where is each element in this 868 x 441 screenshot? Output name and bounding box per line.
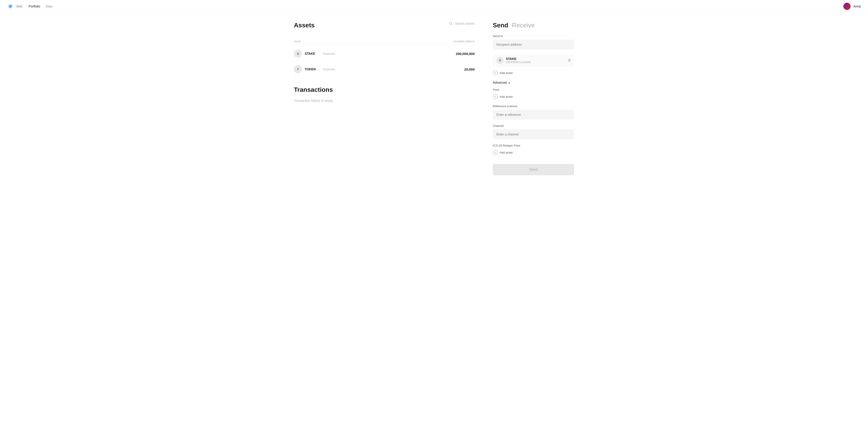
assets-header-area: Assets Search assets <box>294 22 475 34</box>
avatar <box>843 3 850 10</box>
tab-receive[interactable]: Receive <box>512 22 535 29</box>
recipient-address-input[interactable] <box>493 39 574 50</box>
asset-row-stake[interactable]: S STAKE Channels 200,000,000 <box>294 46 475 61</box>
col-asset-label: Asset <box>294 40 301 43</box>
advanced-section: Advanced ▲ Fees + Add asset Reference (m… <box>493 81 574 156</box>
chevron-up-icon: ▲ <box>508 81 510 84</box>
ics-section: ICS-29 Relayer Fees + Add asset <box>493 144 574 156</box>
nav-links: Portfolio Data <box>29 4 53 8</box>
transactions-empty: Transaction history is empty <box>294 99 475 102</box>
add-asset-label: Add asset <box>500 71 513 75</box>
send-button[interactable]: Send <box>493 164 574 175</box>
reference-section: Reference (memo) <box>493 105 574 120</box>
search-icon <box>449 22 453 25</box>
channel-input[interactable] <box>493 129 574 139</box>
send-asset-name: STAKE <box>506 57 568 61</box>
logo: Beta <box>7 3 23 9</box>
advanced-label: Advanced <box>493 81 507 84</box>
ics-label: ICS-29 Relayer Fees <box>493 144 574 147</box>
search-placeholder: Search assets <box>455 22 475 25</box>
search-bar[interactable]: Search assets <box>449 22 475 25</box>
user-name: Anna <box>853 4 861 8</box>
fees-add-asset-button[interactable]: + Add asset <box>493 93 513 100</box>
asset-balance-stake: 200,000,000 <box>456 52 475 56</box>
col-balance-label: Available balance <box>454 40 475 43</box>
asset-icon-stake: S <box>294 50 302 58</box>
assets-title: Assets <box>294 22 315 29</box>
reference-label: Reference (memo) <box>493 105 574 108</box>
assets-column-headers: Asset Available balance <box>294 38 475 45</box>
advanced-toggle[interactable]: Advanced ▲ <box>493 81 510 84</box>
logo-icon <box>7 3 13 9</box>
beta-badge: Beta <box>16 4 23 8</box>
asset-row-token[interactable]: T TOKEN Channels 20,000 <box>294 61 475 77</box>
transactions-section: Transactions Transaction history is empt… <box>294 86 475 102</box>
circle-plus-icon: + <box>493 70 498 75</box>
right-panel: Send Receive Send to S STAKE 200000000 a… <box>493 22 574 175</box>
svg-line-2 <box>452 24 453 25</box>
nav-right: Anna <box>843 3 861 10</box>
send-receive-tabs: Send Receive <box>493 22 574 29</box>
tab-send[interactable]: Send <box>493 22 508 29</box>
send-asset-info: STAKE 200000000 available <box>506 57 568 64</box>
fees-label: Fees <box>493 88 574 91</box>
nav-portfolio[interactable]: Portfolio <box>29 4 40 8</box>
asset-name-stake: STAKE <box>305 52 323 55</box>
channel-label: Channel <box>493 124 574 127</box>
topnav: Beta Portfolio Data Anna <box>0 0 868 13</box>
nav-data[interactable]: Data <box>46 4 53 8</box>
send-stake-asset-row: S STAKE 200000000 available 0 <box>493 54 574 67</box>
add-asset-button[interactable]: + Add asset <box>493 69 513 76</box>
assets-section: Assets Search assets Asset Available bal… <box>294 22 475 77</box>
reference-input[interactable] <box>493 110 574 120</box>
send-to-section: Send to <box>493 34 574 50</box>
transactions-title: Transactions <box>294 86 475 93</box>
asset-icon-token: T <box>294 65 302 73</box>
send-asset-available: 200000000 available <box>506 61 568 64</box>
svg-point-0 <box>9 5 11 7</box>
fees-section: Fees + Add asset <box>493 88 574 100</box>
ics-add-asset-button[interactable]: + Add asset <box>493 149 513 156</box>
send-to-label: Send to <box>493 34 574 38</box>
fees-add-asset-label: Add asset <box>500 95 513 98</box>
channel-section: Channel <box>493 124 574 139</box>
asset-channels-stake[interactable]: Channels <box>323 52 456 55</box>
ics-circle-plus-icon: + <box>493 150 498 155</box>
asset-channels-token[interactable]: Channels <box>323 68 464 71</box>
fees-circle-plus-icon: + <box>493 94 498 99</box>
asset-name-token: TOKEN <box>305 67 323 71</box>
left-panel: Assets Search assets Asset Available bal… <box>294 22 475 175</box>
send-asset-amount[interactable]: 0 <box>568 58 570 63</box>
main-content: Assets Search assets Asset Available bal… <box>276 13 592 184</box>
send-asset-icon-stake: S <box>496 57 504 64</box>
ics-add-asset-label: Add asset <box>500 151 513 154</box>
asset-balance-token: 20,000 <box>464 67 475 71</box>
